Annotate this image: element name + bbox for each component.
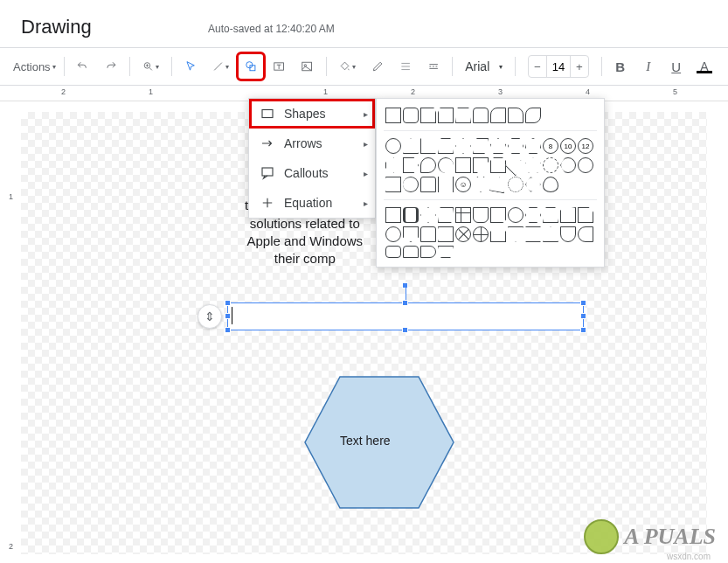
border-weight-button[interactable] <box>392 53 419 80</box>
actions-menu[interactable]: Actions <box>10 53 59 80</box>
shape-chevron[interactable] <box>403 157 419 173</box>
redo-button[interactable] <box>98 53 124 80</box>
shape-teardrop[interactable] <box>420 157 436 173</box>
shape-lightning[interactable] <box>504 154 526 176</box>
shape-connector[interactable] <box>385 226 401 242</box>
shape-decision[interactable] <box>420 207 436 223</box>
shape-bolt[interactable] <box>489 176 508 194</box>
shape-snip2[interactable] <box>438 108 454 123</box>
border-dash-button[interactable] <box>420 53 447 80</box>
menu-item-equation[interactable]: Equation ▸ <box>249 188 375 218</box>
shape-oval[interactable] <box>385 138 401 154</box>
zoom-button[interactable] <box>135 53 166 80</box>
resize-handle-n[interactable] <box>402 300 408 306</box>
shape-folder[interactable] <box>490 157 506 173</box>
menu-item-shapes[interactable]: Shapes ▸ <box>249 99 375 129</box>
shape-predef[interactable] <box>403 207 419 223</box>
font-select[interactable]: Arial▾ <box>458 53 510 80</box>
shape-sun2[interactable] <box>508 177 523 192</box>
font-size-input[interactable] <box>546 56 571 77</box>
shape-num8[interactable]: 8 <box>543 138 558 154</box>
shape-rectangle[interactable] <box>385 108 401 123</box>
selected-textbox[interactable] <box>227 302 584 330</box>
line-tool[interactable] <box>205 53 236 80</box>
resize-handle-w[interactable] <box>225 313 231 319</box>
shape-moon[interactable] <box>560 157 576 173</box>
shape-heart[interactable] <box>473 177 489 192</box>
shape-display[interactable] <box>420 246 436 258</box>
shape-card2[interactable] <box>420 226 436 242</box>
shape-magdisk[interactable] <box>385 246 401 258</box>
resize-handle-se[interactable] <box>580 327 586 333</box>
shape-lshape[interactable] <box>473 157 489 173</box>
underline-button[interactable]: U <box>663 53 690 80</box>
shape-smiley[interactable]: ☺ <box>455 177 471 192</box>
shape-process[interactable] <box>385 207 401 223</box>
drag-handle-badge[interactable]: ⇕ <box>198 304 222 329</box>
shape-collate[interactable] <box>490 226 506 242</box>
shape-sun[interactable] <box>525 157 541 173</box>
shape-b2[interactable] <box>420 177 436 192</box>
shape-moon2[interactable] <box>525 177 541 192</box>
shape-manual-input[interactable] <box>543 207 558 223</box>
shape-round-diag[interactable] <box>525 108 541 123</box>
shape-arrow-r[interactable] <box>385 157 401 173</box>
shape-diamond[interactable] <box>455 138 471 154</box>
shape-b1[interactable] <box>385 177 401 192</box>
select-tool[interactable] <box>177 53 204 80</box>
shape-tape[interactable] <box>438 226 454 242</box>
shape-round-top[interactable] <box>473 108 489 123</box>
shape-hexagon[interactable] <box>508 138 523 154</box>
border-color-button[interactable] <box>364 53 391 80</box>
shape-cloud2[interactable] <box>543 177 558 192</box>
shape-cloud[interactable] <box>578 157 593 173</box>
shape-pentagon[interactable] <box>490 138 506 154</box>
shape-delay[interactable] <box>560 226 576 242</box>
shape-seqstore[interactable] <box>578 226 593 242</box>
resize-handle-ne[interactable] <box>580 300 586 306</box>
image-tool[interactable] <box>294 53 320 80</box>
shape-round1b[interactable] <box>508 108 523 123</box>
shape-extract[interactable] <box>543 226 558 242</box>
shape-arc[interactable] <box>403 177 419 192</box>
shape-data[interactable] <box>438 207 454 223</box>
menu-item-arrows[interactable]: Arrows ▸ <box>249 129 375 158</box>
textbox-tool[interactable] <box>266 53 292 80</box>
shape-trapezoid[interactable] <box>438 138 454 154</box>
shape-parallelogram[interactable] <box>473 138 489 154</box>
shape-snip-corner[interactable] <box>420 108 436 123</box>
shape-round1[interactable] <box>490 108 506 123</box>
fill-color-button[interactable] <box>332 53 363 80</box>
shape-sort[interactable] <box>525 226 541 242</box>
shape-intstore[interactable] <box>455 207 471 223</box>
resize-handle-sw[interactable] <box>225 327 231 333</box>
menu-item-callouts[interactable]: Callouts ▸ <box>249 158 375 188</box>
shape-triangle[interactable] <box>403 138 419 154</box>
shape-num12[interactable]: 12 <box>578 138 593 154</box>
shape-f4[interactable] <box>438 246 454 258</box>
shape-terminator[interactable] <box>508 207 523 223</box>
shape-rounded-rect[interactable] <box>403 108 419 123</box>
undo-button[interactable] <box>69 53 95 80</box>
shape-or[interactable] <box>473 226 489 242</box>
shape-card[interactable] <box>578 207 593 223</box>
shape-tool[interactable] <box>238 53 264 80</box>
bold-button[interactable]: B <box>607 53 634 80</box>
shape-num10[interactable]: 10 <box>560 138 576 154</box>
shape-offpage[interactable] <box>403 226 419 242</box>
shape-brackets[interactable] <box>438 177 454 192</box>
text-color-button[interactable]: A <box>691 53 718 80</box>
shape-sumjunc[interactable] <box>455 226 471 242</box>
shape-doc[interactable] <box>473 207 489 223</box>
shape-manual-input2[interactable] <box>560 207 576 223</box>
shape-frame[interactable] <box>455 157 471 173</box>
shape-prep[interactable] <box>525 207 541 223</box>
shape-pie[interactable] <box>438 157 454 173</box>
font-size-increase[interactable]: + <box>571 56 588 77</box>
font-size-decrease[interactable]: − <box>529 56 546 77</box>
shape-directstore[interactable] <box>403 246 419 258</box>
shape-trap[interactable] <box>455 108 471 123</box>
italic-button[interactable]: I <box>635 53 662 80</box>
resize-handle-s[interactable] <box>402 327 408 333</box>
shape-right-tri[interactable] <box>420 138 436 154</box>
